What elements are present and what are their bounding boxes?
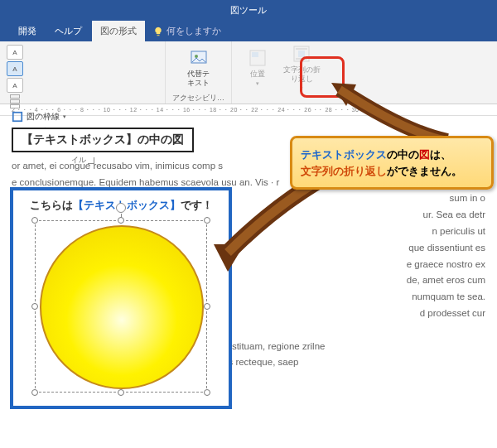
position-button: 位置 ▾ (239, 45, 277, 91)
group-shape-styles: A A A 図の枠線 ▾ 図の効果 ▾ (0, 41, 166, 104)
wrap-text-button: 文字列の折 り返し ▾ (278, 45, 325, 91)
resize-handle[interactable] (118, 389, 124, 396)
gallery-up-icon[interactable] (10, 94, 20, 99)
annotation-callout: テキストボックスの中の図は、 文字列の折り返しができません。 (290, 136, 494, 190)
position-icon (248, 48, 268, 68)
svg-rect-11 (252, 52, 258, 57)
ribbon: A A A 図の枠線 ▾ 図の効果 ▾ (0, 41, 497, 104)
tell-me-placeholder: 何をしますか (166, 25, 221, 37)
alt-text-label: 代替テ キスト (187, 70, 210, 88)
circle-shape[interactable] (40, 225, 204, 389)
chevron-down-icon: ▾ (300, 85, 303, 92)
resize-handle[interactable] (204, 303, 210, 310)
svg-rect-0 (157, 34, 160, 36)
shape-style-thumb-2[interactable]: A (7, 61, 23, 76)
svg-rect-13 (298, 51, 305, 57)
context-tab-label: 図ツール (230, 4, 267, 17)
heading-box: 【テキストボックス】の中の図 (12, 128, 194, 152)
wrap-text-icon (292, 44, 311, 64)
resize-handle[interactable] (118, 217, 124, 224)
alt-text-button[interactable]: 代替テ キスト (180, 45, 218, 91)
tab-help[interactable]: ヘルプ (46, 21, 90, 41)
tab-developer[interactable]: 開発 (10, 21, 45, 41)
lightbulb-icon (153, 26, 163, 36)
group-accessibility: 代替テ キスト アクセシビリ… (166, 41, 232, 104)
resize-handle[interactable] (204, 389, 210, 396)
tab-picture-format[interactable]: 図の形式 (92, 21, 145, 41)
ribbon-tabs: 開発 ヘルプ 図の形式 何をしますか (0, 20, 497, 41)
alt-text-icon (189, 48, 209, 68)
position-label: 位置 (250, 70, 265, 79)
wrap-text-label: 文字列の折 り返し (283, 65, 321, 84)
gallery-more-icon[interactable] (10, 104, 20, 108)
tell-me-search[interactable]: 何をしますか (147, 21, 228, 41)
group-label-accessibility: アクセシビリ… (172, 91, 224, 104)
resize-handle[interactable] (31, 303, 38, 310)
gallery-down-icon[interactable] (10, 99, 20, 104)
chevron-down-icon: ▾ (256, 80, 259, 87)
shape-style-thumb-3[interactable]: A (7, 78, 23, 93)
group-arrange: 位置 ▾ 文字列の折 り返し ▾ (232, 41, 331, 104)
shape-selection-frame[interactable] (35, 220, 207, 393)
resize-handle[interactable] (31, 217, 38, 224)
resize-handle[interactable] (204, 217, 210, 224)
text-box-object[interactable]: こちらは【テキストボックス】です！ (10, 187, 232, 409)
shape-style-thumb-1[interactable]: A (7, 45, 23, 60)
resize-handle[interactable] (31, 389, 38, 396)
title-bar: 図ツール (0, 0, 497, 20)
